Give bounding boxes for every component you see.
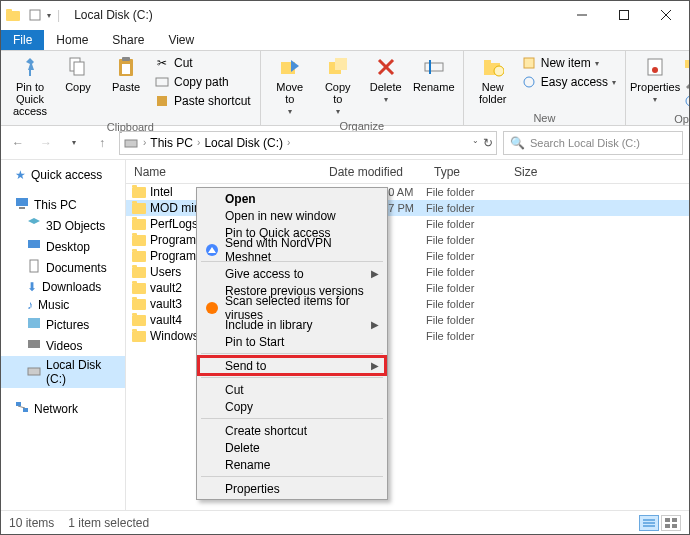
avast-icon <box>204 300 219 315</box>
recent-locations-button[interactable]: ▾ <box>63 132 85 154</box>
copy-path-button[interactable]: Copy path <box>152 73 253 91</box>
nav-videos[interactable]: Videos <box>1 335 125 356</box>
up-button[interactable]: ↑ <box>91 132 113 154</box>
qat-dropdown-icon[interactable]: ▾ <box>47 11 51 20</box>
nav-downloads[interactable]: ⬇Downloads <box>1 278 125 296</box>
column-date[interactable]: Date modified <box>321 165 426 179</box>
cut-button[interactable]: ✂Cut <box>152 54 253 72</box>
file-name: vault2 <box>150 281 182 295</box>
ctx-properties[interactable]: Properties <box>199 480 385 497</box>
move-to-button[interactable]: Move to▾ <box>266 53 314 118</box>
ctx-send-to[interactable]: Send to▶ <box>199 357 385 374</box>
ctx-give-access[interactable]: Give access to▶ <box>199 265 385 282</box>
folder-icon <box>132 315 146 326</box>
minimize-button[interactable] <box>561 1 603 29</box>
qat-properties-icon[interactable] <box>25 5 45 25</box>
ribbon-tabs: File Home Share View <box>1 29 689 51</box>
tab-file[interactable]: File <box>1 30 44 50</box>
properties-icon <box>643 55 667 79</box>
forward-button[interactable]: → <box>35 132 57 154</box>
properties-button[interactable]: Properties▾ <box>631 53 679 106</box>
paste-icon <box>114 55 138 79</box>
nav-local-disk[interactable]: Local Disk (C:) <box>1 356 125 388</box>
3d-icon <box>27 217 41 234</box>
svg-rect-12 <box>122 64 130 74</box>
file-name: PerfLogs <box>150 217 198 231</box>
network-icon <box>15 400 29 417</box>
ctx-copy[interactable]: Copy <box>199 398 385 415</box>
copy-icon <box>66 55 90 79</box>
ctx-rename[interactable]: Rename <box>199 456 385 473</box>
history-button[interactable]: History <box>681 92 690 110</box>
file-name: vault3 <box>150 297 182 311</box>
paste-button[interactable]: Paste <box>102 53 150 95</box>
nav-documents[interactable]: Documents <box>1 257 125 278</box>
details-view-button[interactable] <box>639 515 659 531</box>
pin-to-quick-access-button[interactable]: Pin to Quick access <box>6 53 54 119</box>
nav-quick-access[interactable]: ★Quick access <box>1 166 125 184</box>
svg-rect-48 <box>23 408 28 412</box>
move-to-icon <box>278 55 302 79</box>
address-bar[interactable]: › This PC › Local Disk (C:) › ⌄ ↻ <box>119 131 497 155</box>
ribbon-group-clipboard: Pin to Quick access Copy Paste ✂Cut Copy… <box>1 51 261 125</box>
ctx-scan-viruses[interactable]: Scan selected items for viruses <box>199 299 385 316</box>
new-item-button[interactable]: New item ▾ <box>519 54 618 72</box>
tab-home[interactable]: Home <box>44 30 100 50</box>
new-folder-button[interactable]: New folder <box>469 53 517 107</box>
file-type: File folder <box>426 314 506 326</box>
column-type[interactable]: Type <box>426 165 506 179</box>
large-icons-view-button[interactable] <box>661 515 681 531</box>
easy-access-button[interactable]: Easy access ▾ <box>519 73 618 91</box>
ctx-open[interactable]: Open <box>199 190 385 207</box>
ctx-include-library[interactable]: Include in library▶ <box>199 316 385 333</box>
nav-3d-objects[interactable]: 3D Objects <box>1 215 125 236</box>
nav-network[interactable]: Network <box>1 398 125 419</box>
tab-view[interactable]: View <box>156 30 206 50</box>
nav-desktop[interactable]: Desktop <box>1 236 125 257</box>
easy-access-icon <box>521 74 537 90</box>
file-type: File folder <box>426 298 506 310</box>
folder-icon <box>132 219 146 230</box>
open-button[interactable]: Open ▾ <box>681 54 690 72</box>
column-size[interactable]: Size <box>506 165 689 179</box>
ctx-delete[interactable]: Delete <box>199 439 385 456</box>
ctx-create-shortcut[interactable]: Create shortcut <box>199 422 385 439</box>
delete-button[interactable]: Delete▾ <box>362 53 410 106</box>
ctx-cut[interactable]: Cut <box>199 381 385 398</box>
copy-to-button[interactable]: Copy to▾ <box>314 53 362 118</box>
close-button[interactable] <box>645 1 687 29</box>
ctx-nordvpn[interactable]: Send with NordVPN Meshnet <box>199 241 385 258</box>
column-headers: Name Date modified Type Size <box>126 160 689 184</box>
copy-button[interactable]: Copy <box>54 53 102 95</box>
maximize-button[interactable] <box>603 1 645 29</box>
breadcrumb-localdisk[interactable]: Local Disk (C:) <box>204 136 283 150</box>
folder-icon <box>132 331 146 342</box>
column-name[interactable]: Name <box>126 165 321 179</box>
ctx-pin-start[interactable]: Pin to Start <box>199 333 385 350</box>
ctx-open-new-window[interactable]: Open in new window <box>199 207 385 224</box>
cut-icon: ✂ <box>154 55 170 71</box>
paste-shortcut-button[interactable]: Paste shortcut <box>152 92 253 110</box>
history-icon <box>683 93 690 109</box>
rename-icon <box>422 55 446 79</box>
search-icon: 🔍 <box>510 136 525 150</box>
title-bar: ▾ | Local Disk (C:) <box>1 1 689 29</box>
edit-button[interactable]: Edit <box>681 73 690 91</box>
svg-rect-20 <box>425 63 443 71</box>
tab-share[interactable]: Share <box>100 30 156 50</box>
file-type: File folder <box>426 186 506 198</box>
nav-music[interactable]: ♪Music <box>1 296 125 314</box>
nav-pictures[interactable]: Pictures <box>1 314 125 335</box>
nav-this-pc[interactable]: This PC <box>1 194 125 215</box>
breadcrumb-thispc[interactable]: This PC <box>150 136 193 150</box>
file-name: Users <box>150 265 181 279</box>
refresh-button[interactable]: ↻ <box>483 136 493 150</box>
copy-path-icon <box>154 74 170 90</box>
address-dropdown-icon[interactable]: ⌄ <box>472 136 479 150</box>
search-input[interactable]: 🔍 Search Local Disk (C:) <box>503 131 683 155</box>
file-type: File folder <box>426 234 506 246</box>
nord-icon <box>204 242 219 257</box>
svg-rect-55 <box>665 518 670 522</box>
back-button[interactable]: ← <box>7 132 29 154</box>
rename-button[interactable]: Rename <box>410 53 458 95</box>
